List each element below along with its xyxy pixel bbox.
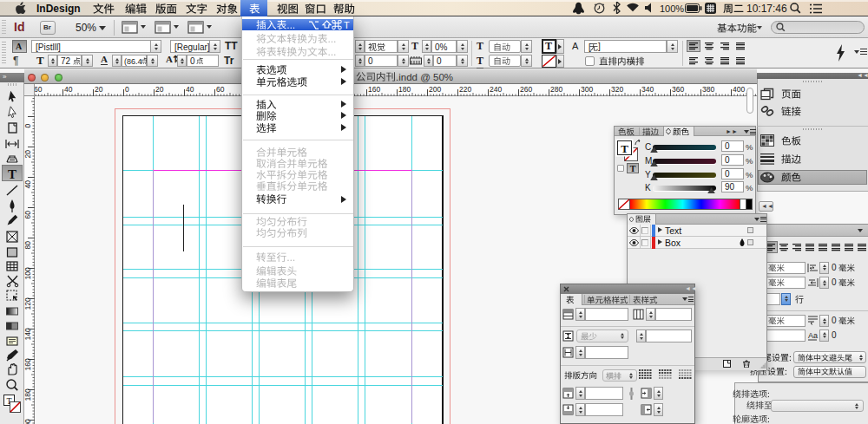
svg-text:T: T xyxy=(8,167,16,181)
svg-text:60: 60 xyxy=(35,85,43,94)
svg-text:160: 160 xyxy=(24,358,32,370)
svg-text:280: 280 xyxy=(550,85,562,94)
svg-text:40: 40 xyxy=(64,85,73,94)
svg-text:180: 180 xyxy=(24,388,32,401)
svg-text:0: 0 xyxy=(24,124,32,128)
svg-text:100: 100 xyxy=(24,267,32,279)
svg-text:Aa: Aa xyxy=(808,331,818,340)
svg-text:400: 400 xyxy=(733,85,745,94)
svg-text:340: 340 xyxy=(641,85,654,94)
svg-text:160: 160 xyxy=(368,85,380,94)
svg-text:200: 200 xyxy=(24,419,32,424)
svg-text:380: 380 xyxy=(702,85,714,94)
svg-text:20: 20 xyxy=(95,85,103,94)
svg-text:20: 20 xyxy=(24,150,32,159)
svg-text:300: 300 xyxy=(581,85,593,94)
svg-text:320: 320 xyxy=(611,85,623,94)
svg-text:360: 360 xyxy=(672,85,684,94)
svg-text:200: 200 xyxy=(429,85,441,94)
svg-text:60: 60 xyxy=(216,85,225,94)
svg-text:T: T xyxy=(621,142,628,155)
svg-text:80: 80 xyxy=(24,241,32,250)
svg-text:180: 180 xyxy=(398,85,411,94)
svg-text:240: 240 xyxy=(490,85,502,94)
svg-text:120: 120 xyxy=(24,297,32,310)
svg-text:40: 40 xyxy=(24,180,32,189)
svg-text:40: 40 xyxy=(186,85,194,94)
svg-text:220: 220 xyxy=(459,85,471,94)
svg-text:260: 260 xyxy=(520,85,532,94)
svg-text:20: 20 xyxy=(155,85,164,94)
svg-text:0: 0 xyxy=(125,85,129,94)
svg-text:60: 60 xyxy=(24,211,32,219)
svg-text:T: T xyxy=(630,164,636,173)
svg-text:140: 140 xyxy=(24,328,32,340)
